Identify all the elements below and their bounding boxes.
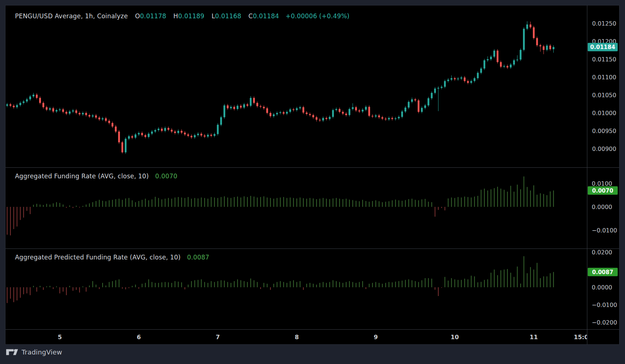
svg-text:−0.0100: −0.0100 <box>592 227 617 234</box>
funding-rate-legend[interactable]: Aggregated Funding Rate (AVG, close, 10)… <box>15 172 177 180</box>
svg-text:0.0200: 0.0200 <box>592 249 612 256</box>
last-price-badge: 0.01184 <box>588 43 618 51</box>
predicted-value-badge: 0.0087 <box>588 268 618 276</box>
tradingview-logo[interactable]: TradingView <box>6 348 62 356</box>
svg-text:10: 10 <box>451 334 459 341</box>
svg-text:0.0000: 0.0000 <box>592 204 612 211</box>
ohlc-open: O0.01178 <box>135 12 166 20</box>
svg-text:0.00900: 0.00900 <box>592 145 616 152</box>
svg-text:−0.0200: −0.0200 <box>592 319 617 326</box>
chart-window: 0.012500.012000.011500.011000.010500.010… <box>0 0 625 364</box>
svg-text:0.01150: 0.01150 <box>592 56 616 63</box>
svg-text:0.01184: 0.01184 <box>590 44 615 50</box>
chart-legend[interactable]: PENGU/USD Average, 1h, Coinalyze O0.0117… <box>15 12 350 20</box>
svg-text:0.00950: 0.00950 <box>592 128 616 134</box>
predicted-funding-legend[interactable]: Aggregated Predicted Funding Rate (AVG, … <box>15 254 209 261</box>
svg-text:0.01250: 0.01250 <box>592 20 616 27</box>
svg-text:6: 6 <box>137 334 141 341</box>
funding-value-badge: 0.0070 <box>588 186 618 195</box>
tradingview-brand-text: TradingView <box>22 348 62 356</box>
chart-frame: 0.012500.012000.011500.011000.010500.010… <box>5 5 620 345</box>
predicted-funding-title[interactable]: Aggregated Predicted Funding Rate (AVG, … <box>15 254 181 261</box>
svg-text:0.0070: 0.0070 <box>592 187 613 194</box>
svg-text:−0.0100: −0.0100 <box>592 302 617 308</box>
symbol-title[interactable]: PENGU/USD Average, 1h, Coinalyze <box>15 12 128 20</box>
ohlc-high: H0.01189 <box>173 12 204 20</box>
svg-text:0.01050: 0.01050 <box>592 92 616 99</box>
ohlc-close: C0.01184 <box>248 12 279 20</box>
funding-rate-value: 0.0070 <box>155 172 177 180</box>
svg-text:0.0000: 0.0000 <box>592 284 612 291</box>
predicted-funding-value: 0.0087 <box>187 254 210 261</box>
svg-text:0.0100: 0.0100 <box>592 180 612 187</box>
svg-text:0.0087: 0.0087 <box>592 269 613 276</box>
svg-text:8: 8 <box>295 334 299 341</box>
svg-text:5: 5 <box>58 334 62 341</box>
funding-rate-title[interactable]: Aggregated Funding Rate (AVG, close, 10) <box>15 172 149 180</box>
svg-text:0.01100: 0.01100 <box>592 74 616 81</box>
ohlc-low: L0.01168 <box>211 12 241 20</box>
svg-text:9: 9 <box>374 334 378 341</box>
svg-text:11: 11 <box>530 334 538 341</box>
svg-text:0.01000: 0.01000 <box>592 110 616 117</box>
tradingview-icon <box>6 348 18 356</box>
svg-text:7: 7 <box>216 334 220 341</box>
price-change: +0.00006 (+0.49%) <box>286 12 350 20</box>
